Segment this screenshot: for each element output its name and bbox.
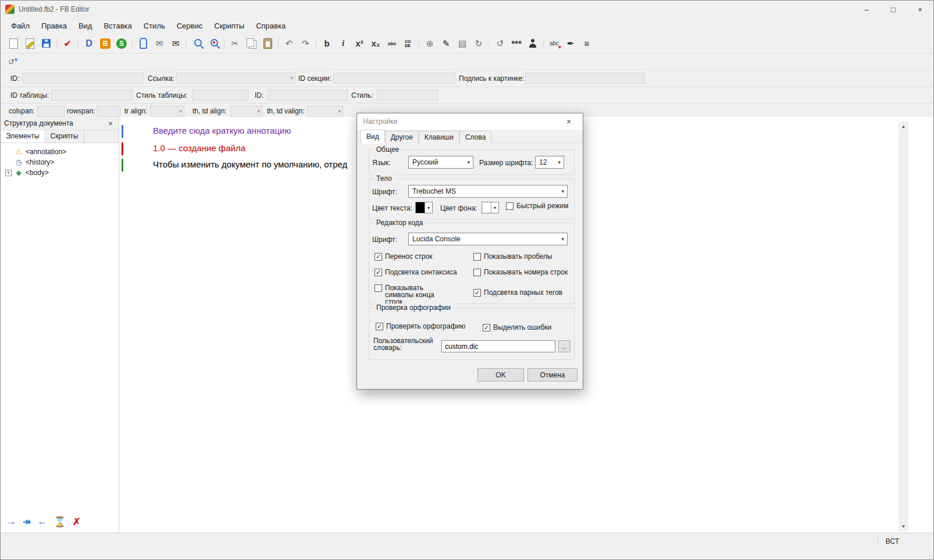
strikethrough-icon[interactable]: abc (384, 36, 400, 51)
custom-dictionary-input[interactable] (441, 340, 555, 352)
hourglass-icon[interactable]: ⌛ (54, 516, 66, 528)
cancel-button[interactable]: Отмена (527, 368, 577, 381)
highlight-errors-checkbox[interactable] (483, 324, 490, 331)
body-font-select[interactable]: Trebuchet MS ▾ (408, 185, 568, 198)
tree-item-annotation[interactable]: ⚠ <annotation> (2, 147, 117, 157)
document-check-icon[interactable]: ▤ (454, 36, 470, 51)
attachment-icon[interactable] (135, 36, 151, 51)
person-icon[interactable] (525, 36, 541, 51)
validate-icon[interactable]: ✔ (59, 36, 76, 51)
bold-icon[interactable]: b (319, 36, 335, 51)
menu-help[interactable]: Справка (250, 20, 291, 32)
browse-dictionary-button[interactable]: .. (558, 340, 571, 352)
wrap-lines-option[interactable]: Перенос строк (375, 253, 432, 261)
code-icon[interactable]: CODE (400, 36, 416, 51)
script-refresh-icon[interactable]: ↺ s (6, 55, 19, 68)
web-refresh-icon[interactable]: ↻ (470, 36, 487, 51)
dialog-close-icon[interactable]: × (561, 117, 577, 126)
paired-tags-checkbox[interactable] (473, 289, 481, 297)
menu-insert[interactable]: Вставка (98, 20, 137, 32)
menu-scripts[interactable]: Скрипты (208, 20, 250, 32)
fontsize-select[interactable]: 12 ▾ (535, 156, 564, 169)
signature-icon[interactable]: ✒ (562, 36, 579, 51)
eol-symbols-checkbox[interactable] (375, 284, 382, 292)
save-icon[interactable] (38, 36, 54, 51)
text-color-picker[interactable]: ▾ (415, 202, 433, 213)
paired-tags-option[interactable]: Подсветка парных тегов (473, 289, 562, 297)
search-icon[interactable] (189, 36, 205, 51)
bg-color-picker[interactable]: ▾ (482, 202, 499, 213)
tab-keys[interactable]: Клавиши (419, 131, 459, 143)
menu-style[interactable]: Стиль (138, 20, 171, 32)
tab-elements[interactable]: Элементы (1, 130, 45, 142)
nav-back-icon[interactable]: ← (37, 516, 47, 528)
check-spelling-checkbox[interactable] (376, 323, 383, 330)
italic-icon[interactable]: i (335, 36, 351, 51)
tab-words[interactable]: Слова (459, 131, 491, 143)
nav-forward-icon[interactable]: → (6, 516, 16, 528)
nav-forward-end-icon[interactable]: ↠ (23, 516, 31, 528)
scroll-down-icon[interactable]: ▼ (899, 522, 908, 532)
fast-mode-option[interactable]: Быстрый режим (506, 202, 569, 210)
script-toolbar: ↺ s (1, 53, 933, 70)
wrap-lines-checkbox[interactable] (375, 253, 382, 261)
tab-other[interactable]: Другое (385, 131, 419, 143)
maximize-button[interactable]: □ (880, 1, 907, 18)
tree-item-body[interactable]: + ◆ <body> (2, 167, 117, 178)
description-icon[interactable]: ≡ (579, 36, 595, 51)
table-style-label: Стиль таблицы: (136, 91, 187, 99)
scroll-up-icon[interactable]: ▲ (899, 122, 908, 131)
cut-icon[interactable]: ✂ (227, 36, 243, 51)
email-send-icon[interactable]: ✉ (167, 36, 184, 51)
new-document-icon[interactable] (5, 36, 22, 51)
history-marker-bar (122, 142, 123, 155)
toolbar-separator (489, 38, 490, 49)
line-numbers-option[interactable]: Показывать номера строк (473, 269, 568, 276)
subscript-icon[interactable]: x₂ (368, 36, 384, 51)
syntax-highlight-option[interactable]: Подсветка синтаксиса (375, 269, 457, 276)
redo-icon[interactable]: ↷ (297, 36, 313, 51)
eol-symbols-option[interactable]: Показывать символы конца строк (375, 284, 454, 305)
spellcheck-icon[interactable]: abc♥ (546, 36, 562, 51)
check-spelling-option[interactable]: Проверять орфографию (376, 323, 465, 330)
delete-icon[interactable]: ✗ (72, 516, 80, 528)
ok-button[interactable]: OK (477, 368, 524, 381)
minimize-button[interactable]: – (853, 1, 880, 18)
highlight-errors-option[interactable]: Выделять ошибки (483, 324, 551, 331)
chevron-down-icon: ▾ (179, 108, 182, 114)
undo-icon[interactable]: ↶ (281, 36, 297, 51)
fb-script-icon[interactable]: S (113, 36, 130, 51)
tree-item-history[interactable]: ◷ <history> (2, 157, 117, 167)
menu-view[interactable]: Вид (73, 20, 98, 32)
fictionbook-icon[interactable]: B (97, 36, 113, 51)
search-files-icon[interactable] (205, 36, 222, 51)
fast-mode-checkbox[interactable] (506, 202, 514, 210)
paste-icon[interactable] (259, 36, 276, 51)
web-link-icon[interactable]: ⊕ (422, 36, 438, 51)
email-icon[interactable]: ✉ (151, 36, 167, 51)
language-select[interactable]: Русский ▾ (408, 156, 473, 169)
script-update-icon[interactable]: ↺ (492, 36, 508, 51)
line-numbers-checkbox[interactable] (473, 269, 481, 276)
docbook-icon[interactable]: D (81, 36, 97, 51)
show-spaces-checkbox[interactable] (473, 253, 481, 261)
superscript-icon[interactable]: x² (351, 36, 368, 51)
chevron-down-icon: ▾ (257, 108, 260, 114)
words-icon[interactable]: *** (508, 36, 525, 51)
menu-edit[interactable]: Правка (35, 20, 73, 32)
note-edit-icon[interactable]: ✎ (438, 36, 454, 51)
close-button[interactable]: × (907, 1, 933, 18)
menu-file[interactable]: Файл (5, 20, 35, 32)
tab-view[interactable]: Вид (361, 130, 385, 144)
code-font-select[interactable]: Lucida Console ▾ (408, 233, 568, 245)
open-shape (26, 38, 34, 49)
open-document-icon[interactable] (22, 36, 38, 51)
show-spaces-option[interactable]: Показывать пробелы (473, 253, 552, 261)
tree-expander-icon[interactable]: + (5, 170, 12, 176)
menu-service[interactable]: Сервис (171, 20, 209, 32)
vertical-scrollbar[interactable]: ▲ ▼ (899, 122, 908, 532)
syntax-highlight-checkbox[interactable] (375, 269, 382, 276)
tab-scripts[interactable]: Скрипты (45, 130, 84, 142)
panel-close-icon[interactable]: × (106, 119, 115, 128)
copy-icon[interactable] (243, 36, 259, 51)
